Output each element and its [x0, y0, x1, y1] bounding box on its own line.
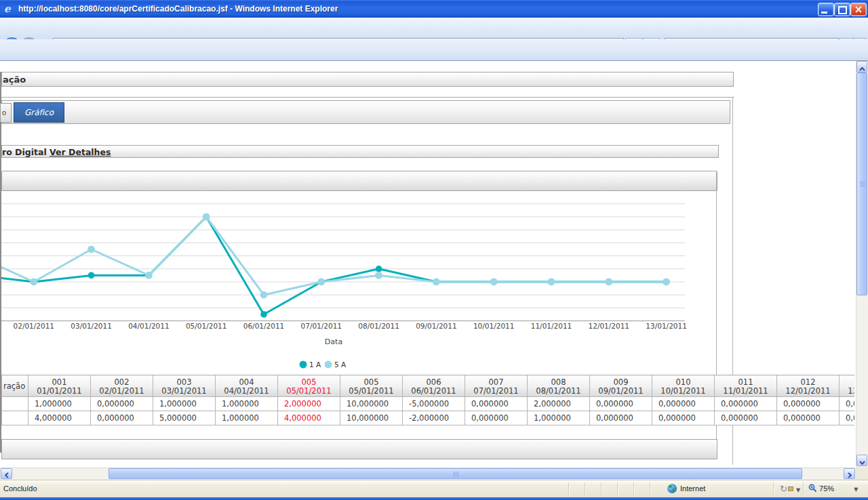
x-tick-label: 08/01/2011	[358, 322, 399, 330]
data-point	[30, 278, 37, 286]
minimize-icon	[821, 12, 827, 14]
x-tick-label: 10/01/2011	[473, 322, 515, 330]
minimize-button[interactable]	[818, 3, 834, 16]
zoom-indicator[interactable]: 75% ▼	[808, 484, 858, 493]
v-scroll-thumb[interactable]	[856, 72, 867, 295]
chevron-down-icon: ▼	[854, 486, 858, 493]
column-header: 00101/01/2011	[28, 375, 91, 397]
x-tick-label: 07/01/2011	[301, 322, 342, 330]
column-header: 00505/01/2011	[278, 375, 340, 397]
ie-logo-icon: e	[4, 3, 15, 14]
close-button[interactable]: ×	[850, 3, 867, 16]
column-header: 00909/01/2011	[590, 375, 652, 397]
status-divider	[803, 482, 804, 495]
table-cell: 0,000000	[777, 397, 840, 411]
table-cell: 0,000000	[840, 411, 855, 425]
restore-button[interactable]	[834, 3, 850, 16]
table-cell: 1,000000	[28, 397, 91, 411]
table-cell: 1,000000	[153, 397, 216, 411]
thumb-grip	[860, 182, 865, 188]
table-cell: 0,000000	[715, 411, 777, 425]
table-cell: 0,000000	[777, 411, 840, 425]
table-cell: 4,000000	[28, 411, 91, 425]
table-header-row: ração00101/01/201100202/01/201100303/01/…	[2, 375, 855, 397]
data-point	[260, 291, 268, 299]
tab-fragment[interactable]: o	[0, 103, 12, 123]
protected-mode-icon: ↻	[780, 484, 787, 494]
table-row: 4,0000000,0000005,0000001,0000004,000000…	[2, 411, 855, 425]
h-scroll-thumb[interactable]	[108, 468, 802, 479]
favorites-bar: ★Favoritos e http://localhost:8080/core/…	[0, 39, 868, 61]
data-point	[605, 278, 612, 286]
table-cell: 0,000000	[91, 397, 153, 411]
row-header-fragment: ração	[2, 375, 28, 397]
table-cell: -5,000000	[403, 397, 465, 411]
x-axis-title: Data	[325, 337, 342, 346]
status-bar: Concluído Internet ↻ ▼ 75% ▼	[0, 480, 868, 497]
section-title-fragment: ro Digital	[2, 147, 47, 157]
table-cell: 2,000000	[528, 397, 590, 411]
status-divider	[568, 482, 570, 495]
data-point	[663, 278, 670, 286]
chevron-down-icon: ▼	[796, 487, 800, 493]
window-bottom-border	[0, 497, 868, 500]
table-cell: 0,000000	[590, 397, 652, 411]
table-cell: 2,000000	[278, 397, 340, 411]
scroll-down-button[interactable]	[856, 455, 867, 466]
x-tick-label: 04/01/2011	[128, 322, 170, 330]
column-header: 01212/01/2011	[777, 375, 840, 397]
chevron-up-icon	[859, 67, 865, 71]
data-point	[260, 311, 267, 318]
container-border-top	[1, 97, 734, 98]
lock-icon	[788, 486, 793, 491]
chevron-right-icon	[848, 472, 852, 478]
column-header: 00202/01/2011	[91, 375, 153, 397]
data-point	[87, 246, 95, 253]
window-title: http://localhost:8080/core/aprCertificad…	[18, 4, 338, 14]
column-header: 00303/01/2011	[153, 375, 216, 397]
table-cell: 0,000000	[652, 397, 715, 411]
x-tick-label: 06/01/2011	[243, 322, 285, 330]
row-label-cell	[2, 411, 28, 425]
scroll-left-button[interactable]	[1, 468, 12, 479]
column-header: 01313/01/2011	[840, 375, 855, 397]
data-point	[203, 213, 210, 221]
column-header: 00404/01/2011	[216, 375, 278, 397]
legend-swatch	[300, 361, 307, 369]
table-cell: 10,000000	[340, 411, 403, 425]
column-header: 00505/01/2011	[340, 375, 403, 397]
table-cell: 0,000000	[652, 411, 715, 425]
chart-panel-header	[1, 171, 717, 191]
ver-detalhes-link[interactable]: Ver Detalhes	[50, 147, 111, 157]
scroll-right-button[interactable]	[844, 468, 855, 479]
data-point	[490, 278, 498, 286]
navigation-toolbar: ▼ e http://localhost:8080/core/aprCertif…	[0, 18, 868, 39]
column-header: 00606/01/2011	[403, 375, 465, 397]
title-bar: e http://localhost:8080/core/aprCertific…	[0, 0, 868, 18]
row-label-cell	[2, 397, 28, 411]
status-divider	[601, 482, 602, 495]
data-point	[145, 272, 153, 279]
zoom-icon	[808, 484, 817, 493]
data-point	[376, 266, 382, 272]
table-cell: 1,000000	[216, 411, 278, 425]
table-cell: 4,000000	[278, 411, 340, 425]
legend-label: 1 A	[309, 360, 321, 369]
table-cell: 0,000000	[465, 411, 528, 425]
vertical-scrollbar[interactable]	[856, 61, 868, 467]
restore-icon	[838, 6, 847, 14]
security-indicator[interactable]: ↻ ▼	[780, 484, 800, 494]
tab-grafico[interactable]: Gráfico	[14, 102, 64, 123]
column-header: 01111/01/2011	[715, 375, 777, 397]
table-cell: 5,000000	[153, 411, 216, 425]
page-viewport: ação o Gráfico ro Digital Ver Detalhes 0…	[0, 61, 856, 467]
table-cell: 0,000000	[590, 411, 652, 425]
status-divider	[617, 482, 618, 495]
thumb-grip	[454, 472, 460, 477]
page-title-fragment: ação	[3, 75, 26, 85]
x-tick-label: 02/01/2011	[14, 322, 55, 330]
scroll-up-button[interactable]	[856, 61, 867, 72]
horizontal-scrollbar[interactable]	[0, 467, 856, 480]
page-title-bar	[1, 72, 734, 87]
zoom-level: 75%	[819, 484, 834, 493]
